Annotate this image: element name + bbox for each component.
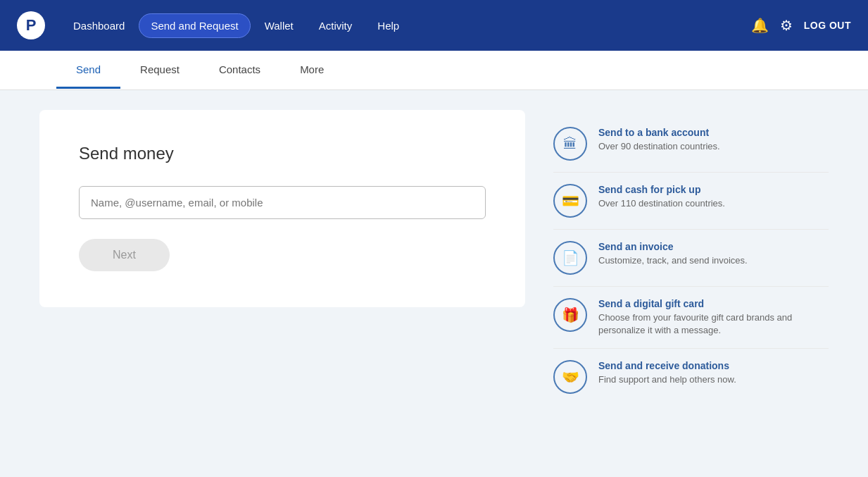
sub-nav: Send Request Contacts More <box>0 51 868 90</box>
main-content: Send money Next 🏛 Send to a bank account… <box>0 90 868 430</box>
bank-icon: 🏛 <box>553 127 587 161</box>
tab-request[interactable]: Request <box>120 52 199 89</box>
logo-text: P <box>26 16 37 35</box>
send-title: Send money <box>79 144 486 163</box>
tab-send[interactable]: Send <box>56 52 120 89</box>
bank-account-title: Send to a bank account <box>598 127 720 138</box>
nav-wallet[interactable]: Wallet <box>253 14 305 37</box>
logout-button[interactable]: LOG OUT <box>804 20 851 31</box>
nav-send-and-request[interactable]: Send and Request <box>139 13 250 38</box>
navbar-right: 🔔 ⚙ LOG OUT <box>751 17 851 34</box>
paypal-logo: P <box>17 11 45 39</box>
option-bank-account[interactable]: 🏛 Send to a bank account Over 90 destina… <box>553 116 829 173</box>
gift-card-title: Send a digital gift card <box>598 298 829 309</box>
next-button[interactable]: Next <box>79 239 170 271</box>
donations-desc: Find support and help others now. <box>598 373 736 386</box>
donations-icon: 🤝 <box>553 360 587 394</box>
option-donations[interactable]: 🤝 Send and receive donations Find suppor… <box>553 349 829 405</box>
gift-card-desc: Choose from your favourite gift card bra… <box>598 311 829 337</box>
tab-more[interactable]: More <box>280 52 344 89</box>
cash-pickup-desc: Over 110 destination countries. <box>598 197 725 210</box>
nav-dashboard[interactable]: Dashboard <box>62 14 136 37</box>
option-invoice[interactable]: 📄 Send an invoice Customize, track, and … <box>553 230 829 287</box>
recipient-input[interactable] <box>79 186 486 219</box>
gear-icon[interactable]: ⚙ <box>780 17 793 34</box>
donations-title: Send and receive donations <box>598 360 736 371</box>
invoice-icon: 📄 <box>553 241 587 275</box>
invoice-desc: Customize, track, and send invoices. <box>598 254 748 267</box>
send-card: Send money Next <box>39 110 525 307</box>
bank-account-desc: Over 90 destination countries. <box>598 140 720 153</box>
nav-help[interactable]: Help <box>366 14 410 37</box>
nav-activity[interactable]: Activity <box>308 14 364 37</box>
bell-icon[interactable]: 🔔 <box>751 17 769 34</box>
option-cash-pickup[interactable]: 💳 Send cash for pick up Over 110 destina… <box>553 173 829 230</box>
option-gift-card[interactable]: 🎁 Send a digital gift card Choose from y… <box>553 287 829 349</box>
cash-pickup-title: Send cash for pick up <box>598 184 725 195</box>
nav-links: Dashboard Send and Request Wallet Activi… <box>62 13 751 38</box>
cash-icon: 💳 <box>553 184 587 218</box>
navbar: P Dashboard Send and Request Wallet Acti… <box>0 0 868 51</box>
invoice-title: Send an invoice <box>598 241 748 252</box>
right-panel: 🏛 Send to a bank account Over 90 destina… <box>525 110 829 411</box>
tab-contacts[interactable]: Contacts <box>199 52 280 89</box>
gift-icon: 🎁 <box>553 298 587 332</box>
